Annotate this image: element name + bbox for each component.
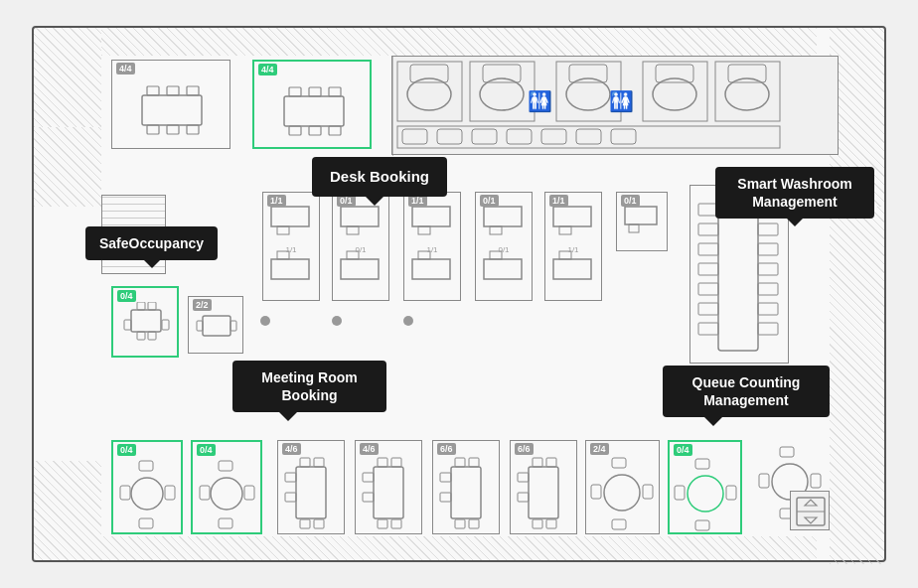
svg-text:0/1: 0/1	[355, 245, 367, 254]
svg-rect-109	[374, 467, 403, 518]
svg-rect-6	[187, 125, 199, 134]
svg-rect-24	[569, 65, 607, 82]
label-smart-washroom-text: Smart Washroom Management	[737, 176, 851, 210]
svg-rect-28	[656, 65, 693, 82]
svg-rect-110	[378, 458, 387, 467]
room-small-2: 2/2	[188, 296, 243, 354]
svg-rect-84	[698, 323, 718, 335]
svg-rect-33	[402, 129, 427, 144]
svg-text:0/1: 0/1	[498, 245, 510, 254]
svg-rect-126	[533, 519, 542, 528]
floor-plan: 4/4 4/4	[32, 26, 886, 562]
svg-point-92	[131, 478, 163, 510]
desk-pod-4: 0/1 0/1	[475, 192, 533, 301]
svg-rect-83	[698, 303, 718, 315]
occ-bot-2: 0/4	[197, 444, 216, 456]
svg-rect-5	[167, 125, 179, 134]
svg-point-27	[653, 78, 696, 110]
table-rect-1: 4/6	[277, 440, 345, 534]
occ-bot-1: 0/4	[117, 444, 136, 456]
svg-rect-98	[219, 461, 232, 471]
sensor-dot-3	[403, 316, 413, 326]
occ-desk-1-1: 1/1	[267, 195, 286, 207]
svg-rect-132	[612, 519, 626, 529]
table-rect-3: 6/6	[432, 440, 500, 534]
svg-rect-123	[529, 467, 558, 518]
svg-rect-62	[412, 259, 450, 279]
svg-text:🚻: 🚻	[609, 89, 634, 113]
svg-rect-106	[314, 519, 324, 528]
hatch-bot-left	[34, 461, 101, 560]
label-desk-booking: Desk Booking	[312, 157, 447, 197]
svg-rect-100	[200, 486, 210, 500]
svg-rect-65	[484, 207, 522, 226]
svg-rect-108	[285, 493, 296, 502]
table-rect-2: 4/6	[355, 440, 422, 534]
svg-rect-96	[165, 486, 175, 500]
room-conf-right: 4/4	[252, 60, 372, 149]
svg-point-30	[725, 78, 769, 110]
svg-point-16	[407, 78, 451, 110]
occ-round-1: 2/4	[590, 443, 609, 455]
svg-rect-72	[553, 259, 591, 279]
svg-rect-114	[363, 473, 374, 482]
svg-rect-11	[289, 126, 301, 135]
svg-rect-71	[559, 226, 571, 234]
svg-rect-88	[758, 263, 778, 275]
svg-rect-13	[329, 126, 341, 135]
svg-rect-45	[137, 302, 145, 310]
label-queue-counting: Queue Counting Management	[663, 366, 830, 417]
svg-rect-143	[759, 474, 769, 488]
washroom-area: 🚻 🚻	[391, 56, 839, 155]
svg-rect-56	[347, 226, 359, 234]
occ-rect-1: 4/6	[282, 443, 301, 455]
label-meeting-room: Meeting Room Booking	[232, 361, 386, 412]
svg-rect-94	[139, 518, 153, 528]
occ-desk-3: 1/1	[408, 195, 427, 207]
svg-rect-20	[483, 65, 521, 82]
svg-text:1/1: 1/1	[567, 245, 579, 254]
svg-rect-34	[437, 129, 462, 144]
hatch-top-left	[34, 28, 101, 127]
svg-marker-147	[805, 500, 817, 506]
room-bot-2: 0/4	[191, 440, 262, 534]
svg-rect-105	[300, 519, 310, 528]
svg-rect-104	[314, 458, 324, 467]
svg-rect-89	[758, 283, 778, 295]
svg-rect-36	[507, 129, 532, 144]
svg-rect-101	[244, 486, 254, 500]
svg-rect-124	[533, 458, 542, 467]
svg-rect-80	[698, 243, 718, 255]
svg-point-97	[211, 478, 242, 510]
svg-rect-3	[187, 86, 199, 95]
label-safe-occupancy-text: SafeOccupancy	[99, 235, 204, 251]
svg-rect-113	[391, 519, 401, 528]
svg-point-135	[688, 476, 723, 512]
svg-point-23	[566, 78, 610, 110]
svg-rect-87	[758, 243, 778, 255]
occ-desk-6: 0/1	[621, 195, 640, 207]
svg-rect-127	[546, 519, 556, 528]
svg-rect-133	[591, 485, 601, 499]
svg-rect-75	[625, 207, 657, 224]
svg-text:1/1: 1/1	[285, 245, 297, 254]
svg-rect-12	[309, 126, 321, 135]
svg-rect-44	[148, 332, 156, 340]
svg-rect-47	[203, 316, 230, 336]
svg-rect-137	[695, 520, 709, 530]
occ-rect-3: 6/6	[437, 443, 456, 455]
svg-rect-60	[412, 207, 450, 226]
svg-rect-91	[758, 323, 778, 335]
svg-rect-144	[811, 474, 821, 488]
svg-rect-86	[758, 223, 778, 235]
desk-pod-3: 1/1 1/1	[403, 192, 461, 301]
svg-rect-4	[147, 125, 159, 134]
svg-point-130	[604, 475, 640, 511]
svg-rect-115	[363, 493, 374, 502]
label-meeting-room-text: Meeting Room Booking	[261, 369, 357, 403]
svg-rect-7	[284, 96, 344, 126]
svg-text:🚻: 🚻	[528, 89, 552, 113]
svg-rect-0	[142, 95, 202, 125]
svg-rect-49	[230, 321, 236, 331]
svg-rect-117	[455, 458, 465, 467]
